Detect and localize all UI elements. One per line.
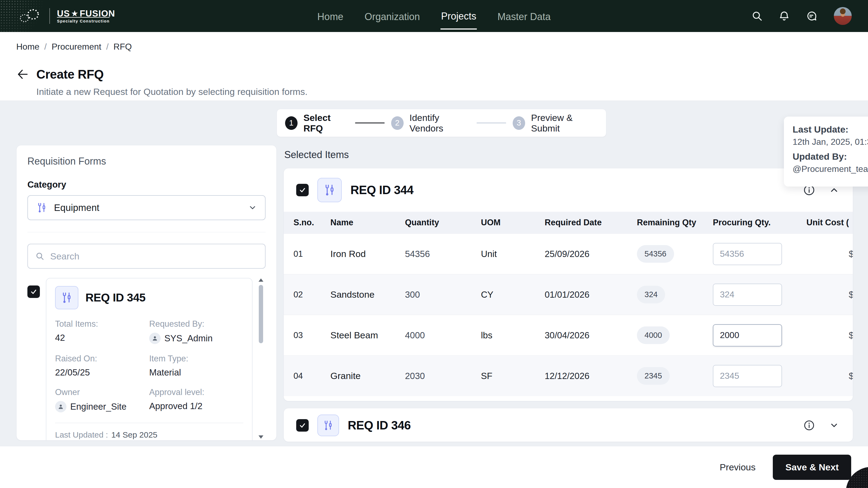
table-row: 03 Steel Beam 4000 lbs 30/04/2026 4000 $ xyxy=(284,315,853,355)
step-select-rfq[interactable]: 1 Select RFQ xyxy=(285,112,348,134)
top-navigation-bar: US★FUSION Specialty Construction Home Or… xyxy=(0,0,868,32)
step-identify-vendors[interactable]: 2 Identify Vendors xyxy=(391,112,470,134)
brand-logo[interactable]: US★FUSION Specialty Construction xyxy=(16,6,115,26)
req-346-title: REQ ID 346 xyxy=(348,419,411,432)
brand-tagline: Specialty Construction xyxy=(57,17,110,23)
breadcrumb-separator: / xyxy=(44,42,46,52)
requisition-row: REQ ID 345 Total Items: 42 Requested By: xyxy=(27,278,252,440)
tools-badge-icon xyxy=(55,286,79,310)
nav-item-projects[interactable]: Projects xyxy=(440,2,477,30)
breadcrumb-procurement[interactable]: Procurement xyxy=(52,42,101,52)
field-approval-level: Approval level: Approved 1/2 xyxy=(149,387,243,412)
category-selected-value: Equipment xyxy=(54,202,242,213)
col-required-date: Required Date xyxy=(535,218,627,227)
requisition-list: REQ ID 345 Total Items: 42 Requested By: xyxy=(27,278,266,440)
col-name: Name xyxy=(321,218,395,227)
procuring-qty-input[interactable] xyxy=(713,324,782,347)
req-346-checkbox[interactable] xyxy=(296,419,309,432)
col-sno: S.no. xyxy=(284,218,321,227)
req-346-header: REQ ID 346 xyxy=(284,408,853,442)
chevron-down-icon[interactable] xyxy=(828,419,840,432)
selected-items-title: Selected Items xyxy=(284,149,349,161)
last-update-value: 12th Jan, 2025, 01:32 xyxy=(793,137,868,147)
unit-cost-value: $ xyxy=(797,290,853,300)
scroll-down-arrow[interactable] xyxy=(258,435,264,438)
scroll-up-arrow[interactable] xyxy=(258,279,264,282)
req-345-card[interactable]: REQ ID 345 Total Items: 42 Requested By: xyxy=(46,278,252,440)
col-unit-cost: Unit Cost ( xyxy=(797,218,853,227)
breadcrumb: Home / Procurement / RFQ xyxy=(16,42,852,52)
person-icon xyxy=(55,401,66,412)
req-345-checkbox[interactable] xyxy=(27,286,40,298)
page-title: Create RFQ xyxy=(36,67,104,82)
step-2-circle: 2 xyxy=(391,116,404,130)
col-procuring-qty: Procuring Qty. xyxy=(703,218,797,227)
user-avatar[interactable] xyxy=(834,7,852,25)
field-item-type: Item Type: Material xyxy=(149,354,243,378)
footer-action-bar: Previous Save & Next xyxy=(0,446,868,488)
step-connector xyxy=(355,123,384,123)
search-box xyxy=(27,244,266,269)
procuring-qty-input[interactable] xyxy=(713,243,782,265)
last-updated-line: Last Updated : 14 Sep 2025 xyxy=(55,430,243,440)
step-1-circle: 1 xyxy=(285,116,298,130)
save-next-button[interactable]: Save & Next xyxy=(773,455,851,480)
nav-links: Home Organization Projects Master Data xyxy=(317,0,551,32)
req-card-title: REQ ID 345 xyxy=(86,291,145,304)
nav-item-master-data[interactable]: Master Data xyxy=(497,3,551,29)
list-scrollbar[interactable] xyxy=(257,278,265,440)
last-update-card: Last Update: 12th Jan, 2025, 01:32 Updat… xyxy=(784,117,868,187)
nav-item-organization[interactable]: Organization xyxy=(364,3,421,29)
unit-cost-value: $ xyxy=(797,371,853,381)
req-344-checkbox[interactable] xyxy=(296,184,309,196)
back-arrow-icon[interactable] xyxy=(16,68,29,80)
step-preview-submit[interactable]: 3 Preview & Submit xyxy=(513,112,598,134)
procuring-qty-input[interactable] xyxy=(713,365,782,387)
card-divider xyxy=(55,423,243,423)
scrollbar-thumb[interactable] xyxy=(259,285,263,343)
table-row: 01 Iron Rod 54356 Unit 25/09/2026 54356 … xyxy=(284,233,853,274)
info-icon[interactable] xyxy=(803,419,815,432)
remaining-qty-badge: 324 xyxy=(637,286,665,303)
req-344-title: REQ ID 344 xyxy=(350,183,413,197)
person-icon xyxy=(149,333,161,344)
requisition-forms-title: Requisition Forms xyxy=(27,156,266,167)
breadcrumb-separator: / xyxy=(106,42,108,52)
remaining-qty-badge: 4000 xyxy=(637,326,670,344)
brand-divider xyxy=(50,8,50,24)
stepper: 1 Select RFQ 2 Identify Vendors 3 Previe… xyxy=(277,109,606,137)
col-uom: UOM xyxy=(471,218,535,227)
star-icon: ★ xyxy=(71,9,79,18)
nav-item-home[interactable]: Home xyxy=(317,3,344,29)
table-row: 04 Granite 2030 SF 12/12/2026 2345 $ xyxy=(284,355,853,396)
notifications-bell-icon[interactable] xyxy=(778,10,790,22)
previous-button[interactable]: Previous xyxy=(720,462,755,473)
req-346-group-card: REQ ID 346 xyxy=(283,408,853,442)
procuring-qty-input[interactable] xyxy=(713,284,782,306)
infinity-logo-icon xyxy=(16,6,42,26)
category-select[interactable]: Equipment xyxy=(27,195,266,220)
search-input[interactable] xyxy=(50,251,258,262)
search-icon xyxy=(35,251,45,261)
tools-badge-icon xyxy=(317,415,339,436)
chat-icon[interactable] xyxy=(805,10,817,22)
updated-by-value: @Procurement_team xyxy=(793,164,868,174)
req-344-group-card: REQ ID 344 S.no. Name Quantity UOM Requi… xyxy=(283,168,853,401)
unit-cost-value: $ xyxy=(797,249,853,259)
field-raised-on: Raised On: 22/05/25 xyxy=(55,354,149,378)
step-connector xyxy=(476,123,506,123)
page-subtitle: Initiate a new Request for Quotation by … xyxy=(36,87,852,97)
page-header: Home / Procurement / RFQ Create RFQ Init… xyxy=(0,32,868,101)
field-owner: Owner Engineer_Site xyxy=(55,387,149,412)
unit-cost-value: $ xyxy=(797,330,853,340)
breadcrumb-home[interactable]: Home xyxy=(16,42,39,52)
tools-icon xyxy=(36,202,48,214)
search-icon[interactable] xyxy=(751,10,763,22)
step-2-label: Identify Vendors xyxy=(410,112,470,134)
brand-text: US★FUSION Specialty Construction xyxy=(57,8,115,24)
step-3-label: Preview & Submit xyxy=(531,112,598,134)
remaining-qty-badge: 2345 xyxy=(637,367,670,385)
breadcrumb-rfq[interactable]: RFQ xyxy=(113,42,132,52)
requisition-forms-panel: Requisition Forms Category Equipment xyxy=(16,145,277,441)
field-requested-by: Requested By: SYS_Admin xyxy=(149,319,243,344)
